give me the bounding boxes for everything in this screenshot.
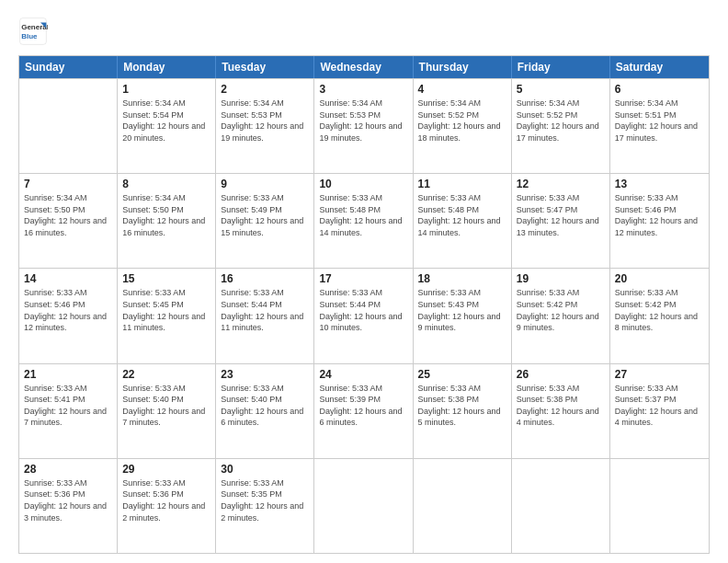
- svg-text:Blue: Blue: [21, 32, 38, 40]
- cell-day-number: 27: [615, 368, 704, 381]
- cell-day-number: 8: [122, 178, 210, 190]
- cell-info: Sunrise: 5:34 AM Sunset: 5:50 PM Dayligh…: [122, 192, 210, 238]
- cell-day-number: 15: [122, 272, 210, 285]
- cell-info: Sunrise: 5:33 AM Sunset: 5:48 PM Dayligh…: [319, 192, 407, 238]
- cell-day-number: 19: [517, 272, 605, 285]
- week-row-2: 7Sunrise: 5:34 AM Sunset: 5:50 PM Daylig…: [19, 173, 709, 268]
- week-row-3: 14Sunrise: 5:33 AM Sunset: 5:46 PM Dayli…: [19, 268, 709, 362]
- cal-cell: 16Sunrise: 5:33 AM Sunset: 5:44 PM Dayli…: [216, 269, 314, 362]
- cell-day-number: 7: [24, 178, 112, 190]
- cell-info: Sunrise: 5:34 AM Sunset: 5:54 PM Dayligh…: [122, 98, 210, 144]
- cell-info: Sunrise: 5:33 AM Sunset: 5:36 PM Dayligh…: [24, 477, 112, 523]
- header-day-monday: Monday: [118, 56, 216, 78]
- cal-cell: 2Sunrise: 5:34 AM Sunset: 5:53 PM Daylig…: [216, 79, 314, 173]
- cal-cell: 25Sunrise: 5:33 AM Sunset: 5:38 PM Dayli…: [414, 364, 512, 458]
- cell-info: Sunrise: 5:33 AM Sunset: 5:46 PM Dayligh…: [24, 287, 112, 333]
- cell-info: Sunrise: 5:34 AM Sunset: 5:53 PM Dayligh…: [221, 98, 309, 144]
- cell-day-number: 5: [517, 83, 605, 96]
- cal-cell: 20Sunrise: 5:33 AM Sunset: 5:42 PM Dayli…: [610, 269, 709, 362]
- cal-cell: 9Sunrise: 5:33 AM Sunset: 5:49 PM Daylig…: [216, 174, 314, 268]
- cell-info: Sunrise: 5:33 AM Sunset: 5:42 PM Dayligh…: [615, 287, 704, 333]
- cell-day-number: 23: [221, 368, 309, 381]
- cal-cell: 13Sunrise: 5:33 AM Sunset: 5:46 PM Dayli…: [610, 174, 709, 268]
- cell-info: Sunrise: 5:33 AM Sunset: 5:37 PM Dayligh…: [615, 383, 704, 429]
- cell-day-number: 13: [615, 178, 704, 190]
- cell-info: Sunrise: 5:34 AM Sunset: 5:53 PM Dayligh…: [319, 98, 407, 144]
- cell-day-number: 3: [319, 83, 407, 96]
- header: General Blue: [18, 17, 710, 46]
- cell-info: Sunrise: 5:33 AM Sunset: 5:45 PM Dayligh…: [122, 287, 210, 333]
- cell-day-number: 12: [517, 178, 605, 190]
- cell-day-number: 14: [24, 272, 112, 285]
- cell-day-number: 17: [319, 272, 407, 285]
- header-day-thursday: Thursday: [414, 56, 512, 78]
- header-day-tuesday: Tuesday: [216, 56, 314, 78]
- cal-cell: 3Sunrise: 5:34 AM Sunset: 5:53 PM Daylig…: [314, 79, 413, 173]
- cell-day-number: 18: [418, 272, 506, 285]
- cal-cell: 8Sunrise: 5:34 AM Sunset: 5:50 PM Daylig…: [118, 174, 216, 268]
- cell-day-number: 25: [418, 368, 506, 381]
- cal-cell: 4Sunrise: 5:34 AM Sunset: 5:52 PM Daylig…: [414, 79, 512, 173]
- cell-info: Sunrise: 5:33 AM Sunset: 5:43 PM Dayligh…: [418, 287, 506, 333]
- cal-cell: [314, 459, 413, 553]
- cal-cell: 7Sunrise: 5:34 AM Sunset: 5:50 PM Daylig…: [19, 174, 118, 268]
- header-day-wednesday: Wednesday: [314, 56, 413, 78]
- cal-cell: 30Sunrise: 5:33 AM Sunset: 5:35 PM Dayli…: [216, 459, 314, 553]
- week-row-5: 28Sunrise: 5:33 AM Sunset: 5:36 PM Dayli…: [19, 458, 709, 553]
- cell-info: Sunrise: 5:33 AM Sunset: 5:42 PM Dayligh…: [517, 287, 605, 333]
- cal-cell: 5Sunrise: 5:34 AM Sunset: 5:52 PM Daylig…: [512, 79, 610, 173]
- cell-day-number: 20: [615, 272, 704, 285]
- cal-cell: 18Sunrise: 5:33 AM Sunset: 5:43 PM Dayli…: [414, 269, 512, 362]
- logo-icon: General Blue: [18, 17, 48, 46]
- week-row-1: 1Sunrise: 5:34 AM Sunset: 5:54 PM Daylig…: [19, 78, 709, 173]
- cal-cell: 21Sunrise: 5:33 AM Sunset: 5:41 PM Dayli…: [19, 364, 118, 458]
- cal-cell: [19, 79, 118, 173]
- calendar: SundayMondayTuesdayWednesdayThursdayFrid…: [18, 55, 710, 554]
- cal-cell: 24Sunrise: 5:33 AM Sunset: 5:39 PM Dayli…: [314, 364, 413, 458]
- cell-info: Sunrise: 5:33 AM Sunset: 5:41 PM Dayligh…: [24, 383, 112, 429]
- cell-info: Sunrise: 5:34 AM Sunset: 5:52 PM Dayligh…: [418, 98, 506, 144]
- cell-day-number: 2: [221, 83, 309, 96]
- cell-day-number: 9: [221, 178, 309, 190]
- cell-day-number: 24: [319, 368, 407, 381]
- cal-cell: 11Sunrise: 5:33 AM Sunset: 5:48 PM Dayli…: [414, 174, 512, 268]
- calendar-header-row: SundayMondayTuesdayWednesdayThursdayFrid…: [19, 56, 709, 78]
- cell-info: Sunrise: 5:33 AM Sunset: 5:46 PM Dayligh…: [615, 192, 704, 238]
- cell-info: Sunrise: 5:34 AM Sunset: 5:51 PM Dayligh…: [615, 98, 704, 144]
- cal-cell: 17Sunrise: 5:33 AM Sunset: 5:44 PM Dayli…: [314, 269, 413, 362]
- cell-info: Sunrise: 5:34 AM Sunset: 5:52 PM Dayligh…: [517, 98, 605, 144]
- cal-cell: [512, 459, 610, 553]
- cell-info: Sunrise: 5:33 AM Sunset: 5:36 PM Dayligh…: [122, 477, 210, 523]
- cell-day-number: 16: [221, 272, 309, 285]
- cal-cell: 14Sunrise: 5:33 AM Sunset: 5:46 PM Dayli…: [19, 269, 118, 362]
- cell-info: Sunrise: 5:33 AM Sunset: 5:39 PM Dayligh…: [319, 383, 407, 429]
- cal-cell: [610, 459, 709, 553]
- cell-day-number: 6: [615, 83, 704, 96]
- cal-cell: [414, 459, 512, 553]
- cell-day-number: 21: [24, 368, 112, 381]
- cell-info: Sunrise: 5:33 AM Sunset: 5:38 PM Dayligh…: [418, 383, 506, 429]
- cell-info: Sunrise: 5:33 AM Sunset: 5:35 PM Dayligh…: [221, 477, 309, 523]
- cal-cell: 23Sunrise: 5:33 AM Sunset: 5:40 PM Dayli…: [216, 364, 314, 458]
- cal-cell: 19Sunrise: 5:33 AM Sunset: 5:42 PM Dayli…: [512, 269, 610, 362]
- cal-cell: 1Sunrise: 5:34 AM Sunset: 5:54 PM Daylig…: [118, 79, 216, 173]
- cal-cell: 22Sunrise: 5:33 AM Sunset: 5:40 PM Dayli…: [118, 364, 216, 458]
- cal-cell: 29Sunrise: 5:33 AM Sunset: 5:36 PM Dayli…: [118, 459, 216, 553]
- cal-cell: 27Sunrise: 5:33 AM Sunset: 5:37 PM Dayli…: [610, 364, 709, 458]
- cell-day-number: 28: [24, 463, 112, 476]
- week-row-4: 21Sunrise: 5:33 AM Sunset: 5:41 PM Dayli…: [19, 363, 709, 458]
- cell-info: Sunrise: 5:33 AM Sunset: 5:47 PM Dayligh…: [517, 192, 605, 238]
- header-day-friday: Friday: [512, 56, 610, 78]
- cal-cell: 12Sunrise: 5:33 AM Sunset: 5:47 PM Dayli…: [512, 174, 610, 268]
- header-day-sunday: Sunday: [19, 56, 118, 78]
- cell-day-number: 1: [122, 83, 210, 96]
- cell-day-number: 10: [319, 178, 407, 190]
- cell-info: Sunrise: 5:33 AM Sunset: 5:38 PM Dayligh…: [517, 383, 605, 429]
- cell-info: Sunrise: 5:33 AM Sunset: 5:49 PM Dayligh…: [221, 192, 309, 238]
- cal-cell: 15Sunrise: 5:33 AM Sunset: 5:45 PM Dayli…: [118, 269, 216, 362]
- cell-info: Sunrise: 5:33 AM Sunset: 5:40 PM Dayligh…: [221, 383, 309, 429]
- cal-cell: 28Sunrise: 5:33 AM Sunset: 5:36 PM Dayli…: [19, 459, 118, 553]
- cell-day-number: 22: [122, 368, 210, 381]
- cell-day-number: 30: [221, 463, 309, 476]
- cell-day-number: 11: [418, 178, 506, 190]
